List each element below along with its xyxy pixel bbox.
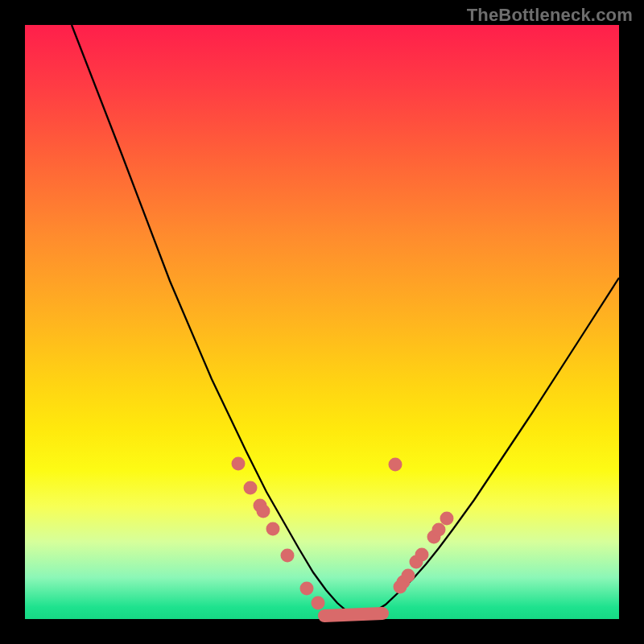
data-marker	[312, 597, 325, 610]
data-markers	[232, 457, 454, 610]
data-marker	[402, 569, 415, 583]
data-marker	[432, 523, 446, 537]
data-marker	[300, 582, 314, 596]
data-marker	[440, 512, 454, 526]
data-marker	[266, 522, 280, 536]
watermark-text: TheBottleneck.com	[467, 5, 633, 26]
data-marker	[232, 457, 246, 471]
data-marker	[415, 548, 429, 562]
data-marker	[257, 505, 270, 518]
bottleneck-curve	[72, 25, 619, 617]
data-marker	[281, 549, 295, 563]
data-marker	[244, 481, 258, 495]
chart-area	[25, 25, 619, 619]
bottleneck-plot	[25, 25, 619, 619]
data-marker	[389, 458, 402, 472]
trough-markers	[324, 613, 382, 616]
